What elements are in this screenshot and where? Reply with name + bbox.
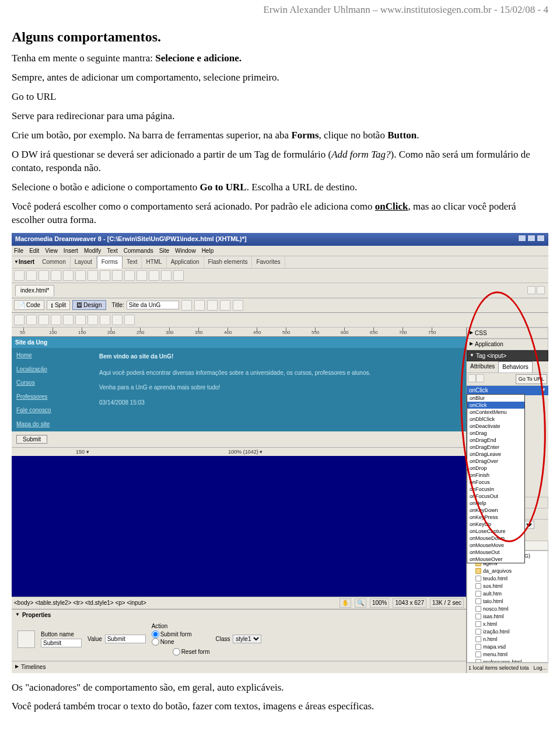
tag-panel-header[interactable]: ▼Tag <input>	[467, 350, 548, 362]
radio-icon[interactable]	[75, 270, 86, 281]
hand-tool-icon[interactable]: ✋	[340, 598, 351, 608]
button-name-input[interactable]	[41, 639, 82, 647]
document-tabs[interactable]: index.html*	[12, 283, 548, 298]
refresh-icon[interactable]	[207, 300, 218, 311]
menu-file[interactable]: File	[14, 247, 23, 255]
minimize-icon[interactable]	[518, 235, 526, 242]
checkbox-icon[interactable]	[63, 270, 74, 281]
insert-tab-favorites[interactable]: Favorites	[252, 256, 285, 268]
options-icon[interactable]	[220, 300, 230, 311]
radiogroup-icon[interactable]	[88, 270, 98, 281]
application-panel-header[interactable]: ▶Application	[467, 339, 548, 350]
insert-tab-common[interactable]: Common	[38, 256, 71, 268]
tag-panel-tabs[interactable]: Attributes Behaviors	[467, 361, 548, 373]
chevron-down-icon[interactable]: ▼	[541, 387, 546, 393]
document-toolbar[interactable]: 📄Code ⫿Split 🖼Design Title:	[12, 298, 548, 313]
go-to-url-behavior[interactable]: Go To URL	[516, 374, 547, 385]
event-option[interactable]: onMouseOut	[467, 549, 524, 556]
event-option[interactable]: onMouseOver	[467, 556, 524, 563]
file-item[interactable]: tato.html	[468, 598, 547, 605]
behaviors-tab[interactable]: Behaviors	[498, 361, 532, 372]
event-option[interactable]: onFocus	[467, 479, 524, 486]
action-reset-radio[interactable]: Reset form	[173, 648, 210, 656]
event-option[interactable]: onFinish	[467, 472, 524, 479]
event-option[interactable]: onMouseMove	[467, 542, 524, 549]
standard-toolbar[interactable]	[12, 313, 548, 328]
cut-icon[interactable]	[75, 315, 86, 325]
event-option[interactable]: onDragLeave	[467, 451, 524, 458]
nav-cursos[interactable]: Cursos	[16, 379, 89, 387]
behavior-tools[interactable]: Go To URL	[467, 373, 548, 386]
file-item[interactable]: n.html	[468, 636, 547, 643]
form-icon[interactable]	[14, 270, 24, 281]
textarea-icon[interactable]	[51, 270, 61, 281]
nav-home[interactable]: Home	[16, 351, 89, 360]
file-item[interactable]: mapa.vsd	[468, 643, 547, 651]
event-option[interactable]: onDrag	[467, 430, 524, 437]
event-option[interactable]: onLoseCapture	[467, 528, 524, 535]
event-option[interactable]: onDrop	[467, 465, 524, 472]
textfield-icon[interactable]	[26, 270, 37, 281]
add-behavior-icon[interactable]	[468, 374, 476, 382]
file-item[interactable]: teudo.html	[468, 575, 547, 583]
event-option[interactable]: onDeactivate	[467, 423, 524, 430]
new-icon[interactable]	[14, 315, 24, 325]
split-view-button[interactable]: ⫿Split	[47, 300, 70, 311]
design-view-button[interactable]: 🖼Design	[72, 300, 106, 311]
nav-fale-conosco[interactable]: Fale conosco	[16, 406, 89, 414]
hidden-icon[interactable]	[38, 270, 49, 281]
class-select[interactable]: style1	[233, 635, 261, 643]
event-option[interactable]: onKeyDown	[467, 507, 524, 514]
fieldset-icon[interactable]	[173, 270, 184, 281]
insert-tab-application[interactable]: Application	[167, 256, 204, 268]
action-submit-radio[interactable]: Submit form	[152, 630, 210, 639]
paste-icon[interactable]	[100, 315, 110, 325]
file-tree[interactable]: Site - C:\Er...\Site\UnG)agensda_arquivo…	[467, 551, 548, 663]
log-link[interactable]: Log...	[533, 664, 547, 671]
validate-icon[interactable]	[181, 300, 192, 311]
file-item[interactable]: ault.htm	[468, 590, 547, 598]
event-option[interactable]: onContextMenu	[467, 409, 524, 416]
button-value-input[interactable]	[105, 635, 146, 643]
saveall-icon[interactable]	[51, 315, 61, 325]
attributes-tab[interactable]: Attributes	[467, 361, 498, 372]
event-list[interactable]: onClick ▼ onBluronClickonContextMenuonDb…	[467, 386, 548, 395]
imagefield-icon[interactable]	[124, 270, 135, 281]
open-icon[interactable]	[26, 315, 37, 325]
menu-edit[interactable]: Edit	[29, 247, 39, 255]
doc-tab[interactable]: index.html*	[15, 285, 54, 296]
event-option[interactable]: onDragEnter	[467, 444, 524, 451]
menu-text[interactable]: Text	[107, 247, 117, 255]
event-dropdown[interactable]: onBluronClickonContextMenuonDblClickonDe…	[467, 394, 525, 563]
menu-bar[interactable]: File Edit View Insert Modify Text Comman…	[12, 246, 548, 256]
undo-icon[interactable]	[112, 315, 123, 325]
submit-button[interactable]: Submit	[16, 435, 47, 444]
event-option[interactable]: onFocusOut	[467, 493, 524, 500]
label-icon[interactable]	[161, 270, 172, 281]
menu-site[interactable]: Site	[159, 247, 169, 255]
insert-tab-forms[interactable]: Forms	[97, 256, 123, 269]
event-option[interactable]: onClick	[467, 402, 524, 409]
file-item[interactable]: nosco.html	[468, 605, 547, 613]
preview-icon[interactable]	[194, 300, 205, 311]
file-item[interactable]: x.html	[468, 621, 547, 628]
table-width-indicator[interactable]: 100% (1042) ▾	[228, 448, 262, 455]
nav-localizacao[interactable]: Localização	[16, 365, 89, 374]
close-icon[interactable]	[537, 235, 545, 242]
event-option[interactable]: onBlur	[467, 395, 524, 402]
event-option[interactable]: onKeyPress	[467, 514, 524, 521]
insert-toolbar[interactable]: ▼ Insert Common Layout Forms Text HTML A…	[12, 256, 548, 269]
copy-icon[interactable]	[88, 315, 98, 325]
redo-icon[interactable]	[124, 315, 135, 325]
event-option[interactable]: onHelp	[467, 500, 524, 507]
jumpmenu-icon[interactable]	[112, 270, 123, 281]
zoom-value[interactable]: 100%	[370, 598, 390, 608]
minimize-doc-icon[interactable]	[527, 286, 536, 294]
file-item[interactable]: isas.html	[468, 613, 547, 621]
event-option[interactable]: onMouseDown	[467, 535, 524, 542]
code-view-button[interactable]: 📄Code	[14, 300, 44, 311]
nav-mapa[interactable]: Mapa do site	[16, 420, 89, 428]
timelines-panel[interactable]: ▶Timelines	[12, 661, 466, 673]
button-icon[interactable]	[149, 270, 159, 281]
menu-insert[interactable]: Insert	[64, 247, 78, 255]
